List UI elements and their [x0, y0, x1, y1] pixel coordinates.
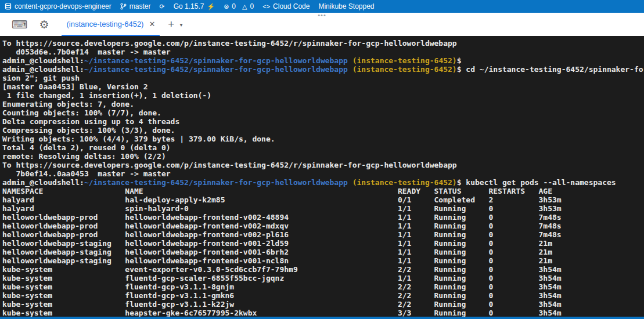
- terminal-line: helloworldwebapp-staging helloworldwebap…: [2, 248, 644, 256]
- terminal-tab-label: (instance-testing-6452): [66, 20, 143, 28]
- terminal-line: remote: Resolving deltas: 100% (2/2): [2, 152, 644, 161]
- cloud-shell-project-icon: [5, 3, 12, 10]
- terminal-line: kube-system fluentd-gcp-v3.1.1-gmkn6 2/2…: [2, 291, 644, 300]
- terminal-line: kube-system fluentd-gcp-v3.1.1-8gnjm 2/2…: [2, 282, 644, 291]
- warning-icon: △: [242, 3, 247, 10]
- git-branch-icon: [120, 3, 127, 10]
- terminal-line: Compressing objects: 100% (3/3), done.: [2, 126, 644, 135]
- terminal-line: Enumerating objects: 7, done.: [2, 100, 644, 108]
- new-terminal-tab-button[interactable]: +: [168, 13, 174, 36]
- go-version-indicator[interactable]: Go 1.15.7 ⚡: [174, 0, 215, 13]
- terminal-line: kube-system event-exporter-v0.3.0-5cd6cc…: [2, 265, 644, 274]
- terminal-line: Counting objects: 100% (7/7), done.: [2, 108, 644, 117]
- cloud-code-button[interactable]: <> Cloud Code: [262, 0, 310, 13]
- code-brackets-icon: <>: [262, 3, 270, 10]
- terminal-line: helloworldwebapp-staging helloworldwebap…: [2, 239, 644, 248]
- terminal-line: d053d6e..7b0ef14 master -> master: [2, 48, 644, 56]
- terminal-line: To https://source.developers.google.com/…: [2, 39, 644, 48]
- terminal-tab-bar: ••• ⌨ ⚙ (instance-testing-6452) ✕ + ▾: [0, 13, 644, 36]
- tab-close-icon[interactable]: ✕: [149, 20, 155, 28]
- minikube-label: Minikube Stopped: [318, 2, 374, 10]
- terminal-line: admin_@cloudshell:~/instance-testing-645…: [2, 178, 644, 187]
- terminal-line: 1 file changed, 1 insertion(+), 1 deleti…: [2, 91, 644, 100]
- terminal-options-chevron-down-icon[interactable]: ▾: [179, 13, 182, 36]
- go-version-label: Go 1.15.7: [174, 2, 204, 10]
- terminal-tab[interactable]: (instance-testing-6452) ✕: [62, 13, 160, 36]
- git-branch-indicator[interactable]: master: [120, 0, 151, 13]
- terminal-line: halyard spin-halyard-0 1/1 Running 0 3h5…: [2, 204, 644, 213]
- terminal-line: helloworldwebapp-prod helloworldwebapp-f…: [2, 230, 644, 239]
- error-count: 0: [232, 2, 236, 10]
- terminal-line: kube-system fluentd-gcp-scaler-6855f55bc…: [2, 274, 644, 282]
- terminal-settings-gear-icon[interactable]: ⚙: [39, 13, 49, 36]
- terminal-line: Writing objects: 100% (4/4), 379 bytes |…: [2, 135, 644, 143]
- problems-indicator[interactable]: ⊗ 0 △ 0: [224, 0, 254, 13]
- terminal-line: kube-system heapster-gke-6c76577995-2kwb…: [2, 309, 644, 317]
- terminal-line: kube-system fluentd-gcp-v3.1.1-k22jw 2/2…: [2, 300, 644, 309]
- refresh-icon: ⟳: [159, 3, 164, 10]
- panel-drag-handle[interactable]: •••: [318, 12, 326, 19]
- terminal-line: Total 4 (delta 2), reused 0 (delta 0): [2, 143, 644, 152]
- error-icon: ⊗: [224, 3, 229, 10]
- minikube-status[interactable]: Minikube Stopped: [318, 0, 374, 13]
- terminal-line: [master 0aa0453] Blue, Version 2: [2, 82, 644, 91]
- terminal-line: admin_@cloudshell:~/instance-testing-645…: [2, 56, 644, 65]
- terminal-output[interactable]: To https://source.developers.google.com/…: [0, 36, 644, 319]
- keyboard-icon[interactable]: ⌨: [12, 13, 27, 36]
- sync-button[interactable]: ⟳: [159, 0, 164, 13]
- bottom-window-edge: [0, 317, 644, 319]
- lightning-icon: ⚡: [207, 3, 215, 10]
- terminal-line: sion 2"; git push: [2, 74, 644, 82]
- terminal-line: helloworldwebapp-prod helloworldwebapp-f…: [2, 213, 644, 222]
- branch-label: master: [129, 2, 151, 10]
- warning-count: 0: [250, 2, 254, 10]
- terminal-line: admin_@cloudshell:~/instance-testing-645…: [2, 65, 644, 74]
- terminal-line: NAMESPACE NAME READY STATUS RESTARTS AGE: [2, 187, 644, 195]
- project-indicator[interactable]: content-gcpro-devops-engineer: [5, 0, 111, 13]
- top-status-bar: content-gcpro-devops-engineer master ⟳ G…: [0, 0, 644, 13]
- cloud-code-label: Cloud Code: [273, 2, 310, 10]
- terminal-line: To https://source.developers.google.com/…: [2, 161, 644, 169]
- terminal-line: 7b0ef14..0aa0453 master -> master: [2, 169, 644, 178]
- terminal-line: Delta compression using up to 4 threads: [2, 117, 644, 126]
- terminal-line: helloworldwebapp-staging helloworldwebap…: [2, 256, 644, 265]
- terminal-line: halyard hal-deploy-apply-k2m85 0/1 Compl…: [2, 195, 644, 204]
- project-label: content-gcpro-devops-engineer: [15, 2, 111, 10]
- terminal-line: helloworldwebapp-prod helloworldwebapp-f…: [2, 222, 644, 230]
